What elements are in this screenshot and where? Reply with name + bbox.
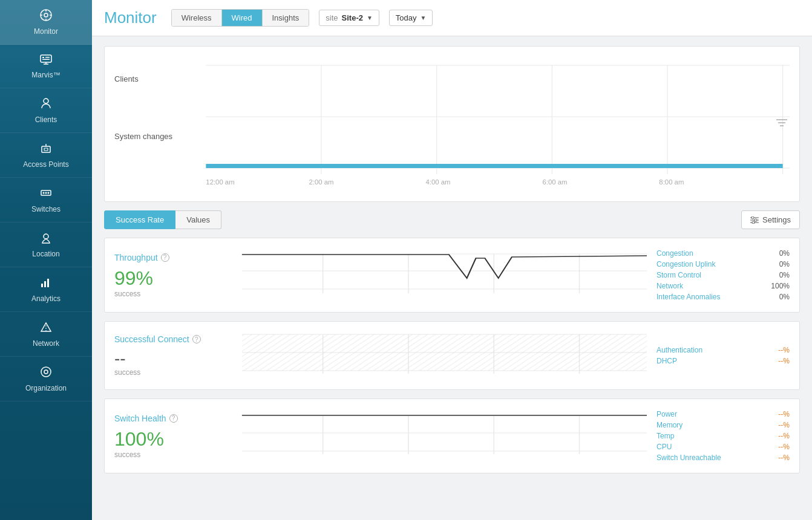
congestion-label[interactable]: Congestion — [656, 249, 693, 258]
metric-row-interface-anomalies: Interface Anomalies 0% — [656, 291, 790, 302]
switch-health-title-text[interactable]: Switch Health — [114, 414, 166, 423]
storm-control-label[interactable]: Storm Control — [656, 271, 701, 279]
throughput-value: 99% — [114, 267, 223, 290]
svg-point-19 — [48, 192, 50, 194]
metric-row-memory: Memory --% — [656, 420, 790, 431]
header: Monitor Wireless Wired Insights site Sit… — [92, 0, 812, 36]
temp-label[interactable]: Temp — [656, 432, 674, 440]
svg-rect-75 — [242, 334, 647, 371]
svg-rect-23 — [47, 279, 49, 287]
successful-connect-metrics: Authentication --% DHCP --% — [656, 345, 790, 366]
svg-rect-6 — [41, 55, 51, 62]
power-label[interactable]: Power — [656, 410, 677, 418]
sidebar-item-access-points-label: Access Points — [23, 160, 68, 169]
system-changes-label: System changes — [114, 83, 199, 141]
svg-point-18 — [45, 192, 47, 194]
svg-point-51 — [751, 216, 754, 219]
time-dropdown[interactable]: Today ▼ — [389, 10, 433, 26]
tab-wireless[interactable]: Wireless — [172, 10, 222, 26]
throughput-metrics: Congestion 0% Congestion Uplink 0% Storm… — [656, 248, 790, 302]
memory-label[interactable]: Memory — [656, 421, 683, 429]
tab-wired[interactable]: Wired — [222, 10, 263, 26]
metric-row-congestion: Congestion 0% — [656, 248, 790, 259]
storm-control-value: 0% — [765, 271, 790, 279]
tab-values[interactable]: Values — [175, 210, 221, 229]
clients-icon — [39, 97, 53, 113]
svg-point-17 — [43, 192, 45, 194]
view-tab-group: Wireless Wired Insights — [171, 9, 310, 27]
tab-insights[interactable]: Insights — [263, 10, 309, 26]
tab-success-rate[interactable]: Success Rate — [104, 210, 175, 229]
analytics-icon — [39, 276, 53, 292]
switch-health-label: success — [114, 450, 223, 459]
sidebar-item-marvis[interactable]: Marvis™ — [0, 45, 92, 88]
metric-row-authentication: Authentication --% — [656, 345, 790, 356]
throughput-help-icon[interactable]: ? — [161, 253, 169, 262]
svg-text:12:00 am: 12:00 am — [206, 179, 234, 186]
throughput-title-text[interactable]: Throughput — [114, 253, 158, 262]
interface-anomalies-label[interactable]: Interface Anomalies — [656, 293, 720, 301]
settings-icon — [750, 216, 759, 224]
successful-connect-help-icon[interactable]: ? — [192, 335, 201, 343]
metric-row-dhcp: DHCP --% — [656, 356, 790, 366]
svg-point-27 — [44, 370, 48, 374]
svg-text:2:00 am: 2:00 am — [309, 179, 334, 186]
sidebar-item-location[interactable]: Location — [0, 223, 92, 267]
switch-unreachable-label[interactable]: Switch Unreachable — [656, 453, 721, 462]
switch-health-left: Switch Health ? 100% success — [114, 414, 223, 459]
chart-filter-icon[interactable] — [776, 119, 787, 129]
switch-health-metrics: Power --% Memory --% Temp --% CPU --% Sw… — [656, 409, 790, 463]
svg-rect-9 — [42, 59, 50, 60]
sidebar-item-clients[interactable]: Clients — [0, 88, 92, 133]
switch-health-value: 100% — [114, 428, 223, 450]
svg-point-53 — [752, 221, 755, 224]
successful-connect-chart: 10% 5% 0% — [233, 331, 647, 380]
switch-health-chart: 100% 95% 90% — [233, 412, 647, 460]
svg-point-1 — [44, 13, 48, 17]
site-dropdown-arrow: ▼ — [367, 15, 373, 21]
metric-row-congestion-uplink: Congestion Uplink 0% — [656, 259, 790, 270]
authentication-label[interactable]: Authentication — [656, 346, 702, 354]
authentication-value: --% — [765, 346, 790, 354]
dhcp-label[interactable]: DHCP — [656, 357, 677, 365]
sidebar-item-network[interactable]: Network — [0, 312, 92, 357]
settings-button[interactable]: Settings — [741, 210, 800, 229]
sidebar-item-organization-label: Organization — [25, 384, 67, 392]
sidebar-item-switches[interactable]: Switches — [0, 178, 92, 223]
sidebar-item-analytics[interactable]: Analytics — [0, 267, 92, 312]
metric-row-temp: Temp --% — [656, 431, 790, 441]
metric-tab-group: Success Rate Values — [104, 210, 221, 229]
svg-text:6:00 am: 6:00 am — [542, 179, 567, 186]
svg-rect-7 — [42, 57, 44, 58]
cpu-label[interactable]: CPU — [656, 443, 672, 451]
site-dropdown[interactable]: site Site-2 ▼ — [319, 10, 379, 26]
organization-icon — [39, 365, 53, 382]
sidebar-item-network-label: Network — [33, 339, 59, 348]
congestion-uplink-label[interactable]: Congestion Uplink — [656, 260, 715, 268]
dhcp-value: --% — [765, 357, 790, 365]
power-value: --% — [765, 410, 790, 418]
throughput-chart: 100% 70% 40% — [233, 251, 647, 299]
metric-row-switch-unreachable: Switch Unreachable --% — [656, 452, 790, 463]
svg-rect-13 — [42, 146, 50, 152]
network-icon — [39, 320, 53, 337]
congestion-value: 0% — [765, 249, 790, 258]
network-metric-label[interactable]: Network — [656, 282, 683, 290]
sidebar-item-access-points[interactable]: Access Points — [0, 133, 92, 178]
switch-health-help-icon[interactable]: ? — [169, 414, 178, 423]
clients-label: Clients — [114, 56, 199, 83]
svg-point-20 — [44, 234, 48, 239]
metric-row-cpu: CPU --% — [656, 441, 790, 452]
successful-connect-title-text[interactable]: Successful Connect — [114, 334, 189, 344]
time-dropdown-arrow: ▼ — [421, 15, 427, 21]
svg-rect-15 — [44, 148, 48, 151]
throughput-card: Throughput ? 99% success 100% 70% 40% — [104, 238, 800, 313]
location-icon — [39, 231, 53, 247]
successful-connect-value: -- — [114, 349, 223, 368]
svg-rect-8 — [45, 57, 50, 58]
site-label: site — [326, 13, 338, 22]
sidebar-item-organization[interactable]: Organization — [0, 357, 92, 401]
sidebar-item-monitor[interactable]: Monitor — [0, 0, 92, 45]
site-value: Site-2 — [342, 13, 363, 22]
marvis-icon — [39, 53, 53, 68]
